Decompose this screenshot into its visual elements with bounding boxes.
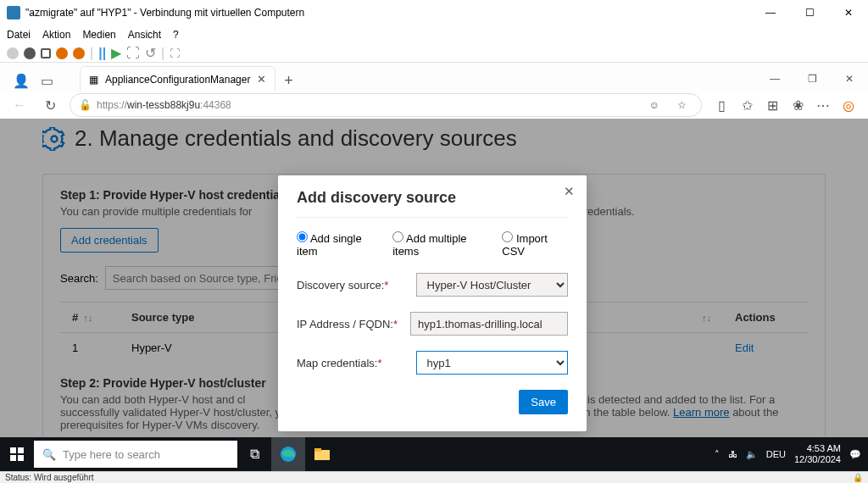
copilot-icon[interactable]: ◎ [837,94,860,116]
taskbar-search[interactable]: 🔍 Type here to search [34,441,237,468]
collections-icon[interactable]: ⊞ [761,94,783,116]
maximize-button[interactable]: ☐ [790,0,829,25]
map-credentials-select[interactable]: hyp1 [416,351,568,375]
new-tab-button[interactable]: + [277,69,299,92]
browser-minimize[interactable]: — [756,66,793,92]
restart-icon[interactable] [73,47,85,59]
vm-statusbar: Status: Wird ausgeführt 🔒 [0,471,868,483]
menu-medien[interactable]: Medien [82,29,115,41]
read-icon[interactable]: ▯ [710,94,732,116]
modal-close-icon[interactable]: ✕ [564,184,575,199]
favorite-icon[interactable]: ☆ [670,94,693,116]
address-bar-row: ← ↻ 🔓 https://win-tessb88kj9u:44368 ☺ ☆ … [0,92,868,119]
vm-titlebar: "azmigrate" auf "HYP1" - Verbindung mit … [0,0,868,25]
menu-aktion[interactable]: Aktion [42,29,70,41]
tray-up-icon[interactable]: ˄ [715,449,720,460]
search-icon: 🔍 [42,448,56,461]
svg-rect-4 [18,455,24,461]
edge-icon[interactable] [271,437,305,471]
profile-icon[interactable]: 👤 [10,69,32,92]
vm-toolbar: | || ▶ ⛶ ↺ | ⛶ [0,44,868,63]
refresh-button[interactable]: ↻ [39,94,61,116]
menu-icon[interactable]: ⋯ [812,94,834,116]
back-button[interactable]: ← [8,94,31,116]
add-discovery-modal: Add discovery source ✕ Add single item A… [278,175,587,431]
close-button[interactable]: ✕ [829,0,868,25]
system-tray: ˄ 🖧 🔈 DEU 4:53 AM 12/30/2024 💬 [715,443,861,465]
lock-icon: 🔓 [79,99,92,111]
browser-tab[interactable]: ▦ ApplianceConfigurationManager ✕ [80,66,275,92]
page-body: 2. Manage credentials and discovery sour… [0,119,868,454]
svg-rect-1 [10,447,16,453]
menubar: Datei Aktion Medien Ansicht ? [0,25,868,44]
network-icon[interactable]: 🖧 [728,449,737,459]
window-title: "azmigrate" auf "HYP1" - Verbindung mit … [25,7,304,19]
tab-favicon: ▦ [89,74,98,86]
menu-ansicht[interactable]: Ansicht [128,29,161,41]
pause-icon[interactable]: || [98,46,106,61]
radio-single[interactable]: Add single item [297,231,379,258]
browser-close[interactable]: ✕ [831,66,868,92]
menu-datei[interactable]: Datei [7,29,31,41]
svg-rect-2 [18,447,24,453]
menu-help[interactable]: ? [173,29,179,41]
extensions-icon[interactable]: ❀ [787,94,809,116]
fqdn-input[interactable] [410,312,568,336]
vm-app-icon [7,6,20,19]
radio-csv[interactable]: Import CSV [502,231,568,258]
sound-icon[interactable]: 🔈 [746,449,758,460]
radio-multiple[interactable]: Add multiple items [392,231,488,258]
discovery-source-select[interactable]: Hyper-V Host/Cluster [416,273,568,297]
security-icon: 🔒 [853,473,863,482]
windows-taskbar: 🔍 Type here to search ⧉ ˄ 🖧 🔈 DEU 4:53 A… [0,437,868,471]
save-button[interactable]: Save [519,390,568,414]
explorer-icon[interactable] [305,437,339,471]
modal-title: Add discovery source [297,189,568,207]
feedback-icon[interactable]: ☺ [643,94,665,116]
svg-rect-3 [10,455,16,461]
favorites-icon[interactable]: ✩ [736,94,758,116]
toolbar-btn[interactable] [7,47,19,59]
browser-tabstrip: 👤 ▭ ▦ ApplianceConfigurationManager ✕ + … [0,63,868,92]
snapshot-icon[interactable]: ⛶ [126,46,140,61]
window-buttons: — ☐ ✕ [751,0,868,25]
record-icon[interactable] [24,47,36,59]
language-indicator[interactable]: DEU [766,449,786,459]
svg-rect-7 [314,448,321,452]
fullscreen-icon[interactable]: ⛶ [170,47,180,59]
tab-close-icon[interactable]: ✕ [257,73,266,86]
play-icon[interactable]: ▶ [111,45,121,61]
address-bar[interactable]: 🔓 https://win-tessb88kj9u:44368 ☺ ☆ [70,93,702,117]
clock[interactable]: 4:53 AM 12/30/2024 [794,443,841,465]
browser-maximize[interactable]: ❐ [793,66,831,92]
task-view-icon[interactable]: ⧉ [237,437,271,471]
tabs-overview-icon[interactable]: ▭ [36,69,58,92]
shutdown-icon[interactable] [56,47,68,59]
minimize-button[interactable]: — [751,0,790,25]
revert-icon[interactable]: ↺ [145,45,156,61]
notifications-icon[interactable]: 💬 [849,449,861,460]
stop-icon[interactable] [41,48,51,58]
start-button[interactable] [0,447,34,461]
tab-title: ApplianceConfigurationManager [105,74,250,86]
